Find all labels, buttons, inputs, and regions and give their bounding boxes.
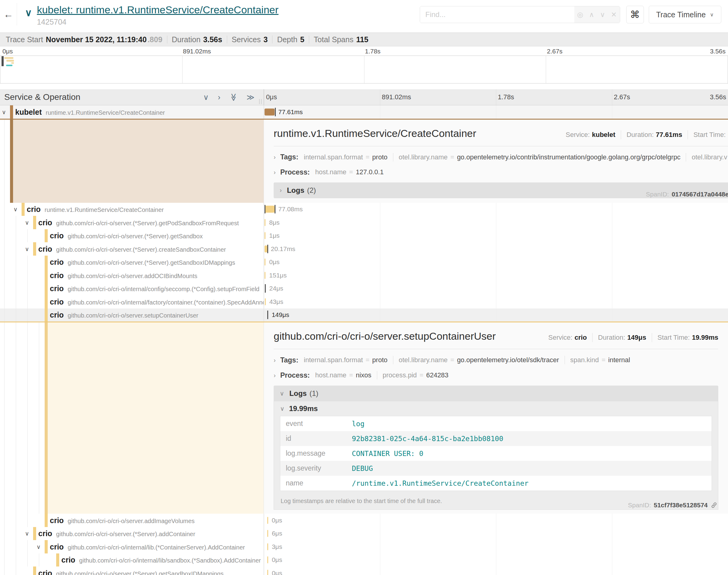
span-collapse-chevron-icon[interactable]: ∨ <box>13 206 18 213</box>
operation-name: runtime.v1.RuntimeService/CreateContaine… <box>46 109 165 116</box>
span-timeline-cell[interactable]: 1μs <box>264 229 728 243</box>
span-collapse-chevron-icon[interactable]: ∨ <box>25 530 29 537</box>
span-bar[interactable] <box>267 556 268 564</box>
span-name-cell[interactable]: ∨criogithub.com/cri-o/cri-o/server.(*Ser… <box>0 242 264 256</box>
span-bar[interactable] <box>267 530 268 537</box>
span-row[interactable]: ∨criogithub.com/cri-o/cri-o/server.(*Ser… <box>0 527 728 540</box>
span-name-cell[interactable]: criogithub.com/cri-o/cri-o/internal/conf… <box>0 282 264 295</box>
tags-row[interactable]: › Tags: internal.span.format=protootel.l… <box>274 153 728 162</box>
span-bar[interactable] <box>267 570 268 575</box>
span-name-cell[interactable]: criogithub.com/cri-o/cri-o/server.(*Serv… <box>0 567 264 575</box>
service-color-bar <box>22 203 25 216</box>
span-bar[interactable] <box>265 108 274 115</box>
span-timeline-cell[interactable]: 151μs <box>264 269 728 282</box>
log-marker <box>265 205 265 213</box>
span-bar[interactable] <box>265 232 265 239</box>
span-collapse-chevron-icon[interactable]: ∨ <box>25 245 29 252</box>
minimap-scrubber-handle[interactable] <box>2 56 4 66</box>
process-row[interactable]: › Process: host.name=nixosprocess.pid=62… <box>274 371 718 379</box>
span-collapse-chevron-icon[interactable]: ∨ <box>36 543 41 550</box>
span-name-cell[interactable]: ∨criogithub.com/cri-o/cri-o/server.(*Ser… <box>0 216 264 229</box>
logs-toggle[interactable]: ∨ Logs (1) <box>274 385 718 401</box>
tags-row[interactable]: › Tags: internal.span.format=protootel.l… <box>274 356 718 364</box>
column-resize-handle[interactable]: || <box>259 98 263 104</box>
trace-minimap[interactable] <box>0 56 728 83</box>
span-row[interactable]: criogithub.com/cri-o/cri-o/server.(*Serv… <box>0 256 728 269</box>
link-icon[interactable] <box>710 502 718 509</box>
find-target-icon[interactable]: ◎ <box>577 11 583 19</box>
span-bar[interactable] <box>265 206 274 213</box>
span-timeline-cell[interactable]: 77.61ms <box>264 105 728 119</box>
span-row[interactable]: criogithub.com/cri-o/cri-o/internal/lib/… <box>0 553 728 567</box>
service-name: crio <box>61 555 75 564</box>
tag-item: internal.span.format=proto <box>301 153 393 161</box>
service-color-bar <box>33 567 36 575</box>
span-row[interactable]: criogithub.com/cri-o/cri-o/server.addIma… <box>0 514 728 527</box>
span-timeline-cell[interactable]: 3μs <box>264 540 728 553</box>
find-prev-icon[interactable]: ∧ <box>589 11 594 19</box>
span-timeline-cell[interactable]: 0μs <box>264 553 728 567</box>
span-name-cell[interactable]: criogithub.com/cri-o/cri-o/server.(*Serv… <box>0 256 264 269</box>
find-next-icon[interactable]: ∨ <box>600 11 605 19</box>
tag-item: otel.library.name=go.opentelemetry.io/co… <box>393 153 686 161</box>
span-row[interactable]: criogithub.com/cri-o/cri-o/server.setupC… <box>0 308 728 322</box>
keyboard-shortcuts-button[interactable]: ⌘ <box>626 6 644 23</box>
span-row[interactable]: criogithub.com/cri-o/cri-o/server.addOCI… <box>0 269 728 282</box>
span-name-cell[interactable]: criogithub.com/cri-o/cri-o/server.addIma… <box>0 514 264 527</box>
span-name-cell[interactable]: ∨kubeletruntime.v1.RuntimeService/Create… <box>0 105 264 119</box>
span-bar[interactable] <box>265 245 267 252</box>
span-row[interactable]: criogithub.com/cri-o/cri-o/internal/conf… <box>0 282 728 295</box>
span-collapse-chevron-icon[interactable]: ∨ <box>25 219 29 226</box>
span-row[interactable]: ∨criogithub.com/cri-o/cri-o/server.(*Ser… <box>0 242 728 256</box>
span-name-cell[interactable]: criogithub.com/cri-o/cri-o/internal/lib/… <box>0 553 264 567</box>
span-bar[interactable] <box>265 298 266 305</box>
span-name-cell[interactable]: ∨crioruntime.v1.RuntimeService/CreateCon… <box>0 203 264 216</box>
span-bar[interactable] <box>265 259 265 266</box>
span-bar[interactable] <box>265 272 265 279</box>
span-name-cell[interactable]: criogithub.com/cri-o/cri-o/server.addOCI… <box>0 269 264 282</box>
span-row[interactable]: criogithub.com/cri-o/cri-o/server.(*Serv… <box>0 229 728 243</box>
span-timeline-cell[interactable]: 0μs <box>264 514 728 527</box>
find-clear-icon[interactable]: ✕ <box>611 11 617 19</box>
span-name-cell[interactable]: criogithub.com/cri-o/cri-o/server.(*Serv… <box>0 229 264 243</box>
span-row[interactable]: criogithub.com/cri-o/cri-o/internal/fact… <box>0 295 728 308</box>
span-row[interactable]: criogithub.com/cri-o/cri-o/server.(*Serv… <box>0 567 728 575</box>
log-entry-toggle[interactable]: ∨ 19.99ms <box>274 401 718 416</box>
span-timeline-cell[interactable]: 8μs <box>264 216 728 229</box>
span-timeline-cell[interactable]: 43μs <box>264 295 728 308</box>
span-row[interactable]: ∨criogithub.com/cri-o/cri-o/server.(*Ser… <box>0 216 728 229</box>
span-timeline-cell[interactable]: 0μs <box>264 256 728 269</box>
span-timeline-cell[interactable]: 77.08ms <box>264 203 728 216</box>
span-timeline-cell[interactable]: 24μs <box>264 282 728 295</box>
collapse-one-icon[interactable]: ∨ <box>203 93 209 102</box>
trace-title-link[interactable]: kubelet: runtime.v1.RuntimeService/Creat… <box>37 4 278 16</box>
span-row[interactable]: ∨criogithub.com/cri-o/cri-o/internal/lib… <box>0 540 728 553</box>
span-name-cell[interactable]: ∨criogithub.com/cri-o/cri-o/server.(*Ser… <box>0 527 264 540</box>
span-collapse-chevron-icon[interactable]: ∨ <box>2 108 6 115</box>
span-row[interactable]: ∨crioruntime.v1.RuntimeService/CreateCon… <box>0 203 728 216</box>
collapse-all-icon[interactable]: ≫ <box>229 93 238 101</box>
span-timeline-cell[interactable]: 0μs <box>264 567 728 575</box>
span-timeline-cell[interactable]: 149μs <box>264 308 728 322</box>
span-name-cell[interactable]: criogithub.com/cri-o/cri-o/internal/fact… <box>0 295 264 308</box>
tag-item: otel.library.name=go.opentelemetry.io/ot… <box>393 356 565 364</box>
trace-view: ← ∨ kubelet: runtime.v1.RuntimeService/C… <box>0 0 728 575</box>
span-bar[interactable] <box>267 517 268 524</box>
span-row[interactable]: ∨kubeletruntime.v1.RuntimeService/Create… <box>0 105 728 119</box>
span-bar[interactable] <box>267 543 268 550</box>
log-field-row: id92b82381-025c-4a64-815c-ba2e1bb08100 <box>280 431 712 446</box>
expand-one-icon[interactable]: › <box>218 93 220 102</box>
chevron-right-icon: › <box>274 357 276 364</box>
title-collapse-chevron-icon[interactable]: ∨ <box>25 8 32 18</box>
expand-all-icon[interactable]: ≫ <box>246 93 255 102</box>
find-input[interactable] <box>420 6 574 23</box>
process-row[interactable]: › Process: host.name=127.0.0.1 <box>274 168 728 176</box>
span-name-cell[interactable]: ∨criogithub.com/cri-o/cri-o/internal/lib… <box>0 540 264 553</box>
view-selector-button[interactable]: Trace Timeline ∨ <box>649 6 721 23</box>
span-bar[interactable] <box>265 219 265 226</box>
back-button[interactable]: ← <box>0 3 17 26</box>
span-name-cell[interactable]: criogithub.com/cri-o/cri-o/server.setupC… <box>0 308 264 322</box>
span-timeline-cell[interactable]: 20.17ms <box>264 242 728 256</box>
span-rows: ∨kubeletruntime.v1.RuntimeService/Create… <box>0 105 728 119</box>
span-timeline-cell[interactable]: 6μs <box>264 527 728 540</box>
